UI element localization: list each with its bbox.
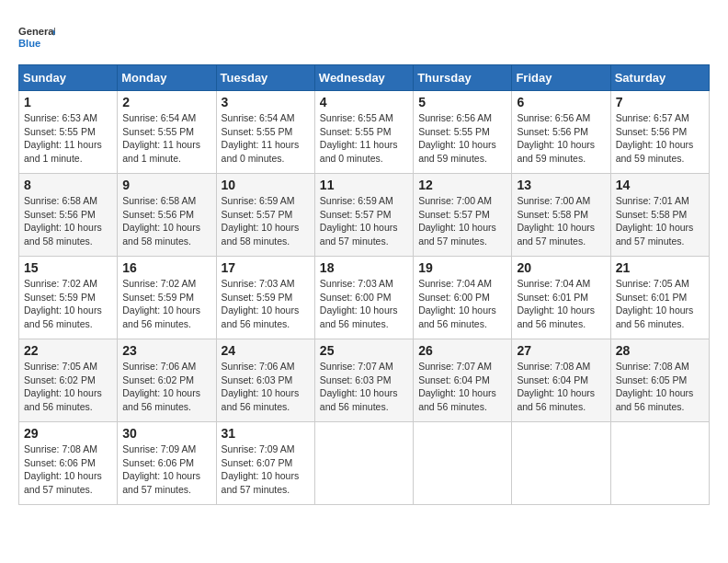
day-detail: Sunrise: 7:05 AM Sunset: 6:01 PM Dayligh… [616,278,694,329]
day-detail: Sunrise: 7:04 AM Sunset: 6:01 PM Dayligh… [517,278,595,329]
calendar-week-2: 8 Sunrise: 6:58 AM Sunset: 5:56 PM Dayli… [19,174,710,257]
day-number: 28 [616,343,704,358]
day-detail: Sunrise: 7:08 AM Sunset: 6:05 PM Dayligh… [616,361,694,412]
day-number: 17 [222,260,310,275]
weekday-header-saturday: Saturday [610,65,709,91]
day-detail: Sunrise: 7:08 AM Sunset: 6:06 PM Dayligh… [24,443,102,495]
calendar-cell: 16 Sunrise: 7:02 AM Sunset: 5:59 PM Dayl… [118,257,216,339]
day-detail: Sunrise: 7:09 AM Sunset: 6:07 PM Dayligh… [222,443,300,495]
day-number: 27 [517,343,605,358]
day-number: 8 [24,178,112,192]
calendar-body: 1 Sunrise: 6:53 AM Sunset: 5:55 PM Dayli… [19,91,710,505]
day-number: 1 [24,95,112,109]
day-detail: Sunrise: 7:06 AM Sunset: 6:03 PM Dayligh… [222,361,300,412]
calendar-cell: 30 Sunrise: 7:09 AM Sunset: 6:06 PM Dayl… [118,422,216,505]
calendar-cell [414,422,512,505]
calendar-cell: 7 Sunrise: 6:57 AM Sunset: 5:56 PM Dayli… [610,91,709,174]
day-number: 14 [616,178,704,192]
day-number: 23 [122,343,210,358]
day-detail: Sunrise: 6:59 AM Sunset: 5:57 PM Dayligh… [320,195,398,247]
day-detail: Sunrise: 7:01 AM Sunset: 5:58 PM Dayligh… [616,195,694,247]
logo-svg: General Blue [18,18,55,55]
day-number: 7 [616,95,704,109]
day-detail: Sunrise: 7:05 AM Sunset: 6:02 PM Dayligh… [24,361,102,412]
day-detail: Sunrise: 7:00 AM Sunset: 5:57 PM Dayligh… [418,195,496,247]
day-number: 18 [320,260,408,275]
calendar-cell: 26 Sunrise: 7:07 AM Sunset: 6:04 PM Dayl… [414,339,512,422]
day-number: 6 [517,95,605,109]
day-detail: Sunrise: 7:04 AM Sunset: 6:00 PM Dayligh… [418,278,496,329]
day-detail: Sunrise: 6:53 AM Sunset: 5:55 PM Dayligh… [24,112,102,164]
day-number: 9 [122,178,210,192]
day-number: 12 [418,178,506,192]
calendar-cell: 12 Sunrise: 7:00 AM Sunset: 5:57 PM Dayl… [414,174,512,257]
logo: General Blue [18,18,55,55]
day-number: 22 [24,343,112,358]
calendar-week-4: 22 Sunrise: 7:05 AM Sunset: 6:02 PM Dayl… [19,339,710,422]
day-number: 26 [418,343,506,358]
day-number: 2 [122,95,210,109]
day-detail: Sunrise: 7:03 AM Sunset: 6:00 PM Dayligh… [320,278,398,329]
day-number: 10 [222,178,310,192]
day-detail: Sunrise: 7:06 AM Sunset: 6:02 PM Dayligh… [122,361,200,412]
calendar-cell: 13 Sunrise: 7:00 AM Sunset: 5:58 PM Dayl… [512,174,610,257]
day-detail: Sunrise: 6:59 AM Sunset: 5:57 PM Dayligh… [222,195,300,247]
weekday-header-friday: Friday [512,65,610,91]
calendar-cell: 4 Sunrise: 6:55 AM Sunset: 5:55 PM Dayli… [314,91,413,174]
day-number: 5 [418,95,506,109]
calendar-cell: 6 Sunrise: 6:56 AM Sunset: 5:56 PM Dayli… [512,91,610,174]
calendar-cell: 2 Sunrise: 6:54 AM Sunset: 5:55 PM Dayli… [118,91,216,174]
day-number: 16 [122,260,210,275]
day-detail: Sunrise: 7:02 AM Sunset: 5:59 PM Dayligh… [122,278,200,329]
day-detail: Sunrise: 7:03 AM Sunset: 5:59 PM Dayligh… [222,278,300,329]
day-number: 21 [616,260,704,275]
day-detail: Sunrise: 6:58 AM Sunset: 5:56 PM Dayligh… [122,195,200,247]
calendar-cell: 27 Sunrise: 7:08 AM Sunset: 6:04 PM Dayl… [512,339,610,422]
calendar-cell: 17 Sunrise: 7:03 AM Sunset: 5:59 PM Dayl… [216,257,314,339]
calendar-cell: 31 Sunrise: 7:09 AM Sunset: 6:07 PM Dayl… [216,422,314,505]
day-number: 13 [517,178,605,192]
day-detail: Sunrise: 7:02 AM Sunset: 5:59 PM Dayligh… [24,278,102,329]
day-detail: Sunrise: 6:57 AM Sunset: 5:56 PM Dayligh… [616,112,694,164]
weekday-header-wednesday: Wednesday [314,65,413,91]
day-number: 30 [122,426,210,441]
day-detail: Sunrise: 6:56 AM Sunset: 5:55 PM Dayligh… [418,112,496,164]
day-detail: Sunrise: 7:00 AM Sunset: 5:58 PM Dayligh… [517,195,595,247]
weekday-header-thursday: Thursday [414,65,512,91]
weekday-header-sunday: Sunday [19,65,118,91]
calendar-cell: 9 Sunrise: 6:58 AM Sunset: 5:56 PM Dayli… [118,174,216,257]
day-number: 4 [320,95,408,109]
day-number: 11 [320,178,408,192]
calendar-cell [314,422,413,505]
calendar-cell: 28 Sunrise: 7:08 AM Sunset: 6:05 PM Dayl… [610,339,709,422]
day-detail: Sunrise: 7:08 AM Sunset: 6:04 PM Dayligh… [517,361,595,412]
calendar-cell: 18 Sunrise: 7:03 AM Sunset: 6:00 PM Dayl… [314,257,413,339]
day-number: 3 [222,95,310,109]
day-number: 19 [418,260,506,275]
calendar-cell: 22 Sunrise: 7:05 AM Sunset: 6:02 PM Dayl… [19,339,118,422]
calendar-cell [610,422,709,505]
day-detail: Sunrise: 6:56 AM Sunset: 5:56 PM Dayligh… [517,112,595,164]
day-detail: Sunrise: 6:58 AM Sunset: 5:56 PM Dayligh… [24,195,102,247]
calendar-cell: 29 Sunrise: 7:08 AM Sunset: 6:06 PM Dayl… [19,422,118,505]
day-detail: Sunrise: 7:07 AM Sunset: 6:03 PM Dayligh… [320,361,398,412]
calendar-cell: 1 Sunrise: 6:53 AM Sunset: 5:55 PM Dayli… [19,91,118,174]
calendar-cell: 20 Sunrise: 7:04 AM Sunset: 6:01 PM Dayl… [512,257,610,339]
calendar-header-row: SundayMondayTuesdayWednesdayThursdayFrid… [19,65,710,91]
calendar-cell: 5 Sunrise: 6:56 AM Sunset: 5:55 PM Dayli… [414,91,512,174]
day-number: 15 [24,260,112,275]
day-detail: Sunrise: 6:54 AM Sunset: 5:55 PM Dayligh… [222,112,300,164]
calendar-cell: 15 Sunrise: 7:02 AM Sunset: 5:59 PM Dayl… [19,257,118,339]
header: General Blue [18,18,710,55]
day-number: 25 [320,343,408,358]
calendar-table: SundayMondayTuesdayWednesdayThursdayFrid… [18,64,710,505]
calendar-cell [512,422,610,505]
calendar-cell: 19 Sunrise: 7:04 AM Sunset: 6:00 PM Dayl… [414,257,512,339]
day-detail: Sunrise: 6:54 AM Sunset: 5:55 PM Dayligh… [122,112,200,164]
day-detail: Sunrise: 6:55 AM Sunset: 5:55 PM Dayligh… [320,112,398,164]
calendar-week-1: 1 Sunrise: 6:53 AM Sunset: 5:55 PM Dayli… [19,91,710,174]
weekday-header-tuesday: Tuesday [216,65,314,91]
svg-text:General: General [18,26,55,37]
calendar-cell: 21 Sunrise: 7:05 AM Sunset: 6:01 PM Dayl… [610,257,709,339]
calendar-cell: 25 Sunrise: 7:07 AM Sunset: 6:03 PM Dayl… [314,339,413,422]
